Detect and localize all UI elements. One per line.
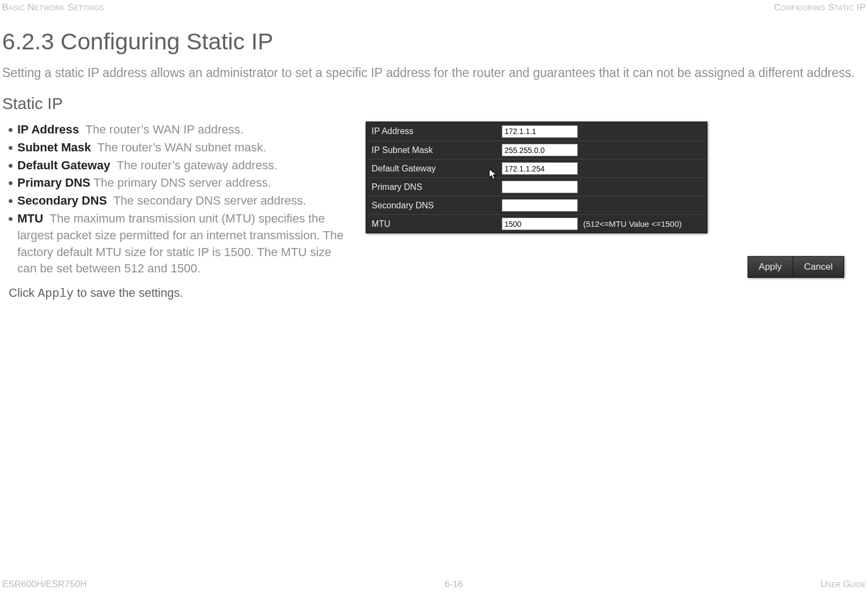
list-item: MTU The maximum transmission unit (MTU) … bbox=[2, 211, 349, 277]
body-row: IP Address The router’s WAN IP address. … bbox=[0, 122, 868, 301]
default-gateway-input[interactable] bbox=[502, 162, 578, 175]
term: Subnet Mask bbox=[17, 141, 91, 154]
list-item: IP Address The router’s WAN IP address. bbox=[2, 122, 349, 138]
list-item: Secondary DNS The secondary DNS server a… bbox=[2, 193, 349, 209]
apply-instruction: Click Apply to save the settings. bbox=[2, 278, 349, 301]
screenshot-column: IP Address IP Subnet Mask Default Gatewa… bbox=[366, 122, 866, 301]
desc: The maximum transmission unit (MTU) spec… bbox=[17, 212, 343, 275]
form-row-subnet-mask: IP Subnet Mask bbox=[366, 141, 707, 159]
intro-paragraph: Setting a static IP address allows an ad… bbox=[0, 65, 868, 91]
term: Default Gateway bbox=[17, 158, 110, 172]
secondary-dns-input[interactable] bbox=[502, 199, 578, 212]
form-row-primary-dns: Primary DNS bbox=[366, 177, 707, 196]
subnet-mask-input[interactable] bbox=[502, 144, 578, 156]
ip-address-input[interactable] bbox=[502, 125, 578, 138]
desc: The router’s WAN IP address. bbox=[86, 123, 244, 136]
form-row-ip-address: IP Address bbox=[366, 122, 707, 141]
field-description-list: IP Address The router’s WAN IP address. … bbox=[2, 122, 349, 277]
term: IP Address bbox=[17, 123, 79, 136]
form-label: Secondary DNS bbox=[366, 201, 502, 211]
list-item: Subnet Mask The router’s WAN subnet mask… bbox=[2, 139, 349, 156]
section-heading: Static IP bbox=[0, 91, 868, 122]
footer-center: 6-16 bbox=[444, 579, 463, 590]
form-row-secondary-dns: Secondary DNS bbox=[366, 196, 707, 214]
term: MTU bbox=[17, 212, 43, 225]
page-title: 6.2.3 Configuring Static IP bbox=[0, 13, 868, 65]
running-footer: ESR600H/ESR750H 6-16 User Guide bbox=[2, 579, 866, 590]
mtu-input[interactable] bbox=[502, 218, 578, 230]
form-label: IP Subnet Mask bbox=[366, 145, 502, 155]
apply-button[interactable]: Apply bbox=[748, 257, 793, 277]
form-label: MTU bbox=[366, 219, 502, 229]
description-column: IP Address The router’s WAN IP address. … bbox=[2, 122, 349, 301]
apply-post: to save the settings. bbox=[74, 286, 183, 300]
apply-cmd: Apply bbox=[38, 287, 74, 301]
mtu-hint: (512<=MTU Value <=1500) bbox=[583, 219, 682, 228]
header-left: Basic Network Settings bbox=[2, 2, 104, 13]
form-label: Primary DNS bbox=[366, 182, 502, 192]
header-right: Configuring Static IP bbox=[774, 2, 866, 13]
footer-right: User Guide bbox=[820, 579, 866, 590]
form-label: Default Gateway bbox=[366, 164, 502, 174]
term: Primary DNS bbox=[17, 176, 91, 189]
form-row-mtu: MTU (512<=MTU Value <=1500) bbox=[366, 214, 707, 233]
cancel-button[interactable]: Cancel bbox=[793, 257, 844, 277]
desc: The primary DNS server address. bbox=[93, 176, 271, 189]
page: Basic Network Settings Configuring Stati… bbox=[0, 0, 868, 592]
footer-left: ESR600H/ESR750H bbox=[2, 579, 87, 590]
form-row-default-gateway: Default Gateway bbox=[366, 159, 707, 177]
form-label: IP Address bbox=[366, 126, 502, 136]
list-item: Default Gateway The router’s gateway add… bbox=[2, 157, 349, 174]
term: Secondary DNS bbox=[17, 194, 107, 207]
apply-pre: Click bbox=[9, 286, 38, 300]
form-button-bar: Apply Cancel bbox=[748, 256, 844, 278]
running-header: Basic Network Settings Configuring Stati… bbox=[0, 0, 868, 13]
list-item: Primary DNS The primary DNS server addre… bbox=[2, 175, 349, 192]
desc: The secondary DNS server address. bbox=[113, 194, 307, 207]
desc: The router’s gateway address. bbox=[117, 158, 277, 172]
primary-dns-input[interactable] bbox=[502, 181, 578, 193]
desc: The router’s WAN subnet mask. bbox=[98, 141, 266, 154]
static-ip-form: IP Address IP Subnet Mask Default Gatewa… bbox=[366, 122, 707, 233]
